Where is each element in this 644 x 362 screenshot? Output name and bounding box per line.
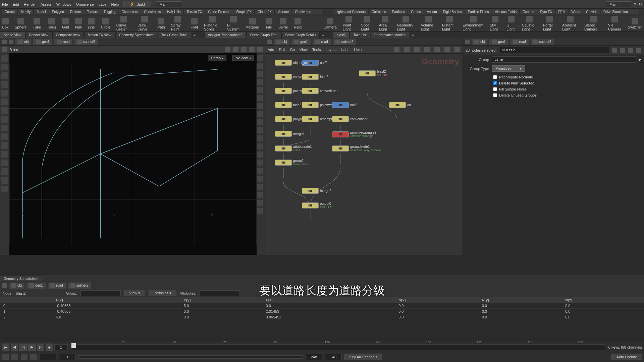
shelf-texture[interactable]: Texture (85, 9, 101, 14)
delete-non-selected-check[interactable]: Delete Non Selected (493, 81, 641, 85)
col-N[y][interactable]: N[y] (479, 297, 562, 303)
vp-tool-8[interactable] (1, 125, 8, 131)
tool-environment-light[interactable]: Environment Light (463, 16, 484, 31)
tool-circle[interactable]: Circle (101, 18, 110, 29)
vp-disp-18[interactable] (257, 200, 263, 206)
vp-tool-14[interactable] (1, 177, 8, 184)
tool-camera[interactable]: Camera (324, 18, 337, 29)
node-merge2[interactable]: ▮▮▮ merge2 (302, 188, 331, 194)
tool-grid[interactable]: Grid (62, 18, 69, 29)
shelf-collisions[interactable]: Collisions (369, 9, 389, 14)
tool-line[interactable]: Line (88, 18, 95, 29)
table-row[interactable]: 0-0.403655.00.00.00.00.0 (0, 303, 644, 309)
layout2-icon[interactable] (414, 47, 420, 52)
shelf-characters[interactable]: Characters (119, 9, 141, 14)
search-icon[interactable] (620, 48, 625, 53)
back-icon[interactable] (465, 40, 470, 44)
settings-icon[interactable]: ⚙ (639, 2, 642, 6)
node-pointwrangle2[interactable]: ▮▮▮ pointwrang (302, 102, 336, 108)
gear-icon[interactable] (612, 48, 617, 53)
grouptype-dropdown[interactable]: Primitives▾ (492, 65, 525, 72)
vp-disp-8[interactable] (257, 119, 263, 125)
crumb-subnet2[interactable]: subnet2 (74, 39, 98, 45)
shelf-terrain-fx[interactable]: Terrain FX (184, 9, 205, 14)
tool-gi-light[interactable]: GI Light (506, 16, 516, 31)
shelf-particles[interactable]: Particles (389, 9, 408, 14)
tool-ambient-light[interactable]: Ambient Light (562, 16, 578, 31)
vp-disp-12[interactable] (257, 152, 263, 158)
vp-tool-11[interactable] (1, 151, 8, 158)
shelf-particle-fluids[interactable]: Particle Fluids (465, 9, 492, 14)
node-null5[interactable]: ▮▮▮ null5 (332, 102, 357, 108)
crumb-obj[interactable]: obj (472, 39, 487, 45)
col-P[x][interactable]: P[x] (53, 297, 180, 303)
tool-helix[interactable]: Helix (294, 18, 302, 29)
tool-box[interactable]: Box (2, 18, 9, 29)
key-channels-dropdown[interactable]: Key All Channels (344, 354, 382, 360)
node-blast2[interactable]: ▮▮▮ blast2not. line (359, 70, 388, 77)
tool-metaball[interactable]: Metaball (246, 18, 260, 29)
fill-holes-check[interactable]: Fill Simple Holes (493, 87, 641, 91)
menu-windows[interactable]: Windows (56, 2, 71, 6)
shelf-create[interactable]: Create (2, 9, 18, 14)
help-icon[interactable]: ? (634, 2, 636, 6)
shelf-viscous-fluids[interactable]: Viscous Fluids (492, 9, 520, 14)
first-frame-button[interactable]: ⏮ (2, 344, 9, 351)
shelf-wires[interactable]: Wires (569, 9, 583, 14)
tool-spot-light[interactable]: Spot Light (361, 16, 373, 31)
node-fuse3[interactable]: ▮▮▮ fuse3 (275, 102, 301, 108)
nodemenu-help[interactable]: Help (354, 48, 362, 52)
vp-tool-5[interactable] (1, 99, 8, 105)
shelf-simple-fx[interactable]: Simple FX (233, 9, 255, 14)
wrench-icon[interactable] (394, 47, 399, 52)
range-start-field[interactable] (40, 354, 56, 360)
shelf-lights-and-cameras[interactable]: Lights and Cameras (333, 9, 369, 14)
vp-tool-4[interactable] (1, 90, 8, 97)
shelf-rigging[interactable]: Rigging (101, 9, 118, 14)
nodemenu-edit[interactable]: Edit (279, 48, 285, 52)
menu-render[interactable]: Render (24, 2, 36, 6)
tool-caustic-light[interactable]: Caustic Light (522, 16, 537, 31)
nodemenu-labs[interactable]: Labs (341, 48, 350, 52)
crumb-geo1[interactable]: geo1 (26, 283, 45, 289)
tab-scene-view[interactable]: Scene View (0, 32, 25, 38)
intrinsics-dropdown[interactable]: Intrinsics ▾ (149, 290, 176, 296)
next-frame-button[interactable]: ▷ (37, 344, 44, 351)
layout5-icon[interactable] (444, 47, 450, 52)
table-row[interactable]: 25.00.00.8654520.00.00.0 (0, 314, 644, 320)
tl-opt4[interactable] (30, 354, 37, 360)
fwd-icon[interactable] (9, 40, 13, 44)
shelf-hair-utils[interactable]: Hair Utils (164, 9, 184, 14)
add-tab[interactable]: + (320, 33, 326, 38)
tab-mid-2[interactable]: Scene Graph Details (281, 32, 320, 38)
vp-disp-13[interactable] (257, 160, 263, 166)
crumb-road[interactable]: road (313, 39, 331, 45)
node-polypath[interactable]: ▮▮▮ polypat (275, 116, 304, 122)
crumb-road[interactable]: road (54, 39, 72, 45)
node-primwrangle2[interactable]: ▮▮▮ primitivewrangle2Attribute Wrangle (332, 131, 376, 138)
auto-update-dropdown[interactable]: Auto Update (611, 354, 642, 360)
vp-disp-1[interactable] (257, 63, 263, 69)
add-tab[interactable]: + (192, 33, 198, 38)
shelf-deform[interactable]: Deform (67, 9, 84, 14)
crumb-geo1[interactable]: geo1 (33, 39, 52, 45)
vp-tool-3[interactable] (1, 81, 8, 88)
vp-tool-15[interactable] (1, 186, 8, 192)
play-button[interactable]: ▶ (28, 344, 36, 351)
shelf-modify[interactable]: Modify (18, 9, 34, 14)
shelf-add[interactable]: + (315, 9, 322, 14)
vp-opt2-icon[interactable] (233, 47, 238, 52)
help2-icon[interactable] (636, 48, 641, 53)
tool-geometry-light[interactable]: Geometry Light (397, 16, 415, 31)
tab-geometry-spreadsheet[interactable]: Geometry Spreadsheet (0, 276, 42, 282)
shelf-oceans[interactable]: Oceans (520, 9, 537, 14)
snapshot-icon[interactable] (249, 47, 255, 52)
back-icon[interactable] (267, 40, 272, 44)
tool-switcher[interactable]: Switcher (628, 18, 642, 29)
shelf-drive-simulation[interactable]: Drive Simulation (601, 9, 631, 14)
add-tab-button[interactable]: + (42, 276, 49, 282)
vp-disp-4[interactable] (257, 87, 263, 93)
tool-file[interactable]: File (266, 18, 272, 29)
vp-disp-9[interactable] (257, 127, 263, 133)
crumb-road[interactable]: road (511, 39, 529, 45)
